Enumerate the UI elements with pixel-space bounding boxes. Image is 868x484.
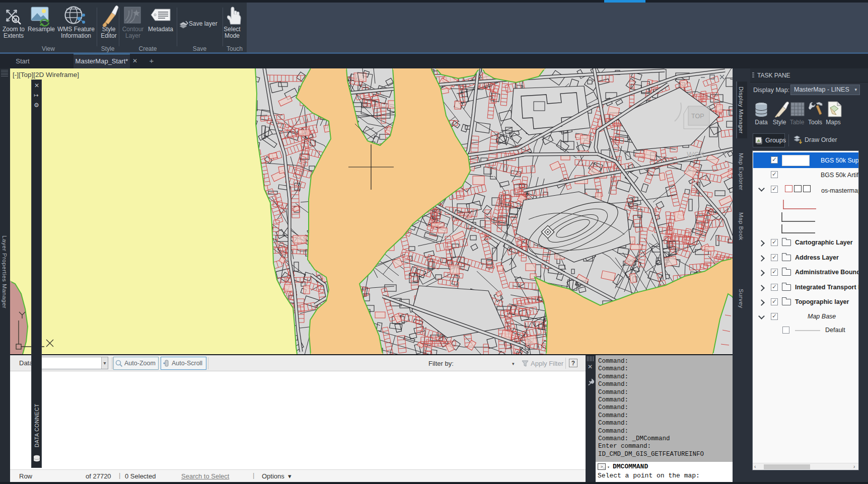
svg-text:TOP: TOP — [691, 113, 704, 120]
svg-text:WCS: WCS — [687, 150, 704, 158]
svg-text:[-][Top][2D Wireframe]: [-][Top][2D Wireframe] — [13, 71, 79, 78]
